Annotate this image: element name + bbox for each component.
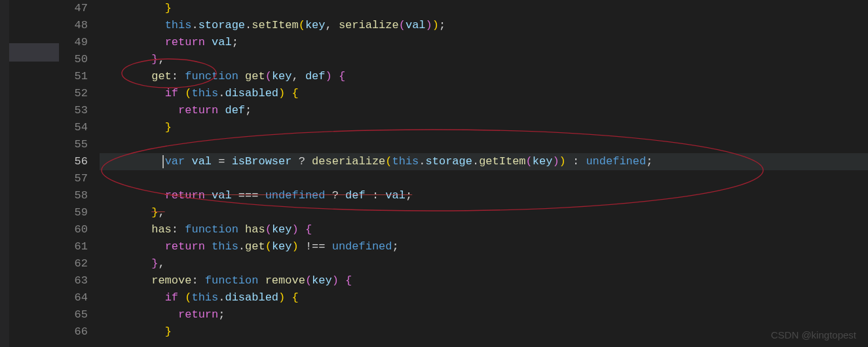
watermark-text: CSDN @kingtopest	[771, 329, 856, 340]
code-line[interactable]: return def;	[100, 102, 868, 119]
line-number: 51	[59, 68, 88, 85]
line-number: 53	[59, 102, 88, 119]
code-line[interactable]: }	[100, 0, 868, 17]
code-line[interactable]: get: function get(key, def) {	[100, 68, 868, 85]
line-number: 55	[59, 136, 88, 153]
code-line[interactable]: return;	[100, 306, 868, 323]
line-number: 54	[59, 119, 88, 136]
explorer-selection[interactable]	[9, 43, 59, 62]
line-number-gutter: 47 48 49 50 51 52 53 54 55 56 57 58 59 6…	[59, 0, 100, 347]
line-number: 59	[59, 204, 88, 221]
line-number: 58	[59, 187, 88, 204]
line-number: 60	[59, 221, 88, 238]
code-line[interactable]: this.storage.setItem(key, serialize(val)…	[100, 17, 868, 34]
code-line[interactable]: remove: function remove(key) {	[100, 272, 868, 289]
code-line[interactable]: return this.get(key) !== undefined;	[100, 238, 868, 255]
code-line[interactable]: },	[100, 51, 868, 68]
code-line[interactable]: if (this.disabled) {	[100, 85, 868, 102]
code-line[interactable]: return val === undefined ? def : val;	[100, 187, 868, 204]
line-number: 64	[59, 289, 88, 306]
line-number: 63	[59, 272, 88, 289]
line-number: 66	[59, 323, 88, 340]
cursor-icon	[162, 155, 164, 168]
line-number: 50	[59, 51, 88, 68]
code-line[interactable]: if (this.disabled) {	[100, 289, 868, 306]
code-line[interactable]	[100, 170, 868, 187]
line-number: 47	[59, 0, 88, 17]
line-number: 52	[59, 85, 88, 102]
code-line[interactable]: },	[100, 204, 868, 221]
line-number: 56	[59, 153, 88, 170]
code-line[interactable]	[100, 136, 868, 153]
line-number: 62	[59, 255, 88, 272]
code-line[interactable]: has: function has(key) {	[100, 221, 868, 238]
code-line[interactable]: }	[100, 119, 868, 136]
line-number: 65	[59, 306, 88, 323]
code-line[interactable]: return val;	[100, 34, 868, 51]
line-number: 48	[59, 17, 88, 34]
code-editor[interactable]: 47 48 49 50 51 52 53 54 55 56 57 58 59 6…	[59, 0, 868, 347]
code-area[interactable]: } this.storage.setItem(key, serialize(va…	[100, 0, 868, 347]
line-number: 57	[59, 170, 88, 187]
code-line[interactable]: },	[100, 255, 868, 272]
activity-bar[interactable]	[0, 0, 9, 347]
code-line[interactable]: }	[100, 323, 868, 340]
line-number: 49	[59, 34, 88, 51]
code-line-current[interactable]: var val = isBrowser ? deserialize(this.s…	[100, 153, 868, 170]
line-number: 61	[59, 238, 88, 255]
